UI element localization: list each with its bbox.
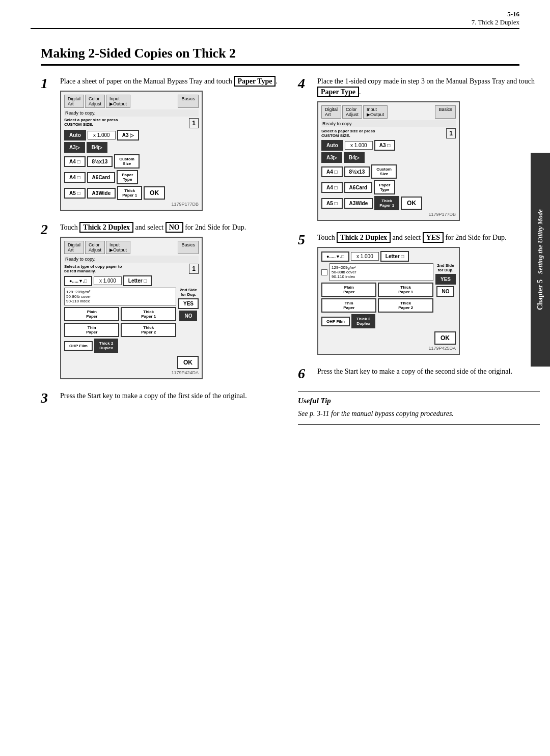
screen4-yes-btn: YES <box>435 274 456 285</box>
screen1-status2: Select a paper size or pressCUSTOM SIZE. <box>64 118 118 127</box>
screen2-info-box: 129~209g/m² 50-80lb cover 90-110 index <box>64 288 176 305</box>
screen3-row1: Auto x 1.000 A3 □ <box>321 140 456 151</box>
screen1-step-num: 1 <box>189 118 199 128</box>
screen4-info-line3: 90-110 index <box>332 274 431 279</box>
step-6: 6 Press the Start key to make a copy of … <box>298 366 540 382</box>
step-6-number: 6 <box>298 366 312 382</box>
screen1-a3d-btn: A3▷ <box>64 142 85 153</box>
ui-screen-3: DigitalArt ColorAdjust Input▶Output Basi… <box>317 101 460 221</box>
screen2-thick2-btn: ThickPaper 2 <box>121 323 176 337</box>
screen4-checkbox-row: 129~209g/m² 50-80lb cover 90-110 index <box>321 263 433 281</box>
screen1-id: 1179P177DB <box>64 202 199 207</box>
screen3-custom-btn: CustomSize <box>371 164 397 179</box>
step-5-text: Touch Thick 2 Duplex and select YES for … <box>317 232 540 243</box>
screen3-row2: A3▷ B4▷ <box>321 152 456 163</box>
screen3-step-num: 1 <box>446 128 456 138</box>
screen4-nav-btn: ●.....▼.□ <box>321 251 349 262</box>
screen1-a3wide-btn: A3Wide <box>87 188 116 199</box>
screen1-ok-btn: OK <box>144 186 165 200</box>
screen2-yes-no-section: 2nd Sidefor Dup. YES NO <box>178 288 199 354</box>
screen4-letter-btn: Letter □ <box>380 251 409 262</box>
screen2-tab-basics: Basics <box>178 241 199 254</box>
screen2-info-section: 129~209g/m² 50-80lb cover 90-110 index P… <box>64 288 199 354</box>
screen2-no-btn: NO <box>179 311 197 321</box>
screen2-2ndside-label: 2nd Sidefor Dup. <box>180 288 197 297</box>
screen3-auto-btn: Auto <box>321 140 343 151</box>
step-1-text: Place a sheet of paper on the Manual Byp… <box>60 76 283 87</box>
screen3-id: 1179P177DB <box>321 212 456 217</box>
screen1-a4-2-btn: A4 □ <box>64 172 86 183</box>
screen3-magnification: x 1.000 <box>345 141 373 150</box>
step-2-number: 2 <box>41 222 55 381</box>
screen4-bottom-row: OHP Film Thick 2Duplex <box>321 314 433 328</box>
step-3-content: Press the Start key to make a copy of th… <box>60 390 283 406</box>
page-container: Making 2-Sided Copies on Thick 2 1 Place… <box>0 0 550 756</box>
screen3-a3-btn: A3 □ <box>374 140 396 151</box>
screen3-8x13-btn: 8½x13 <box>344 166 370 177</box>
paper-type-button-label-1: Paper Type <box>234 76 276 87</box>
screen4-ok-row: OK <box>321 331 456 345</box>
step-1: 1 Place a sheet of paper on the Manual B… <box>41 76 283 213</box>
step-3-number: 3 <box>41 390 55 406</box>
useful-tip-text: See p. 3-11 for the manual bypass copyin… <box>298 408 540 419</box>
screen3-status1: Ready to copy. <box>321 120 456 127</box>
step-1-number: 1 <box>41 76 55 213</box>
two-column-layout: 1 Place a sheet of paper on the Manual B… <box>41 76 540 425</box>
screen1-row3: A4 □ 8½x13 CustomSize <box>64 154 199 169</box>
screen3-papertype-btn: PaperType <box>374 180 395 194</box>
screen1-magnification: x 1.000 <box>88 131 116 139</box>
thick2duplex-btn-label: Thick 2 Duplex <box>79 222 133 233</box>
screen3-tab-input: Input▶Output <box>363 105 388 119</box>
screen4-info-line2: 50-80lb cover <box>332 270 431 274</box>
screen4-left-section: 129~209g/m² 50-80lb cover 90-110 index P… <box>321 263 433 330</box>
screen3-a3wide-btn: A3Wide <box>344 198 373 209</box>
screen3-thick-btn: ThickPaper 1 <box>374 196 399 210</box>
screen1-tab-digital: DigitalArt <box>64 95 84 108</box>
screen2-plain-btn: PlainPaper <box>64 307 119 321</box>
screen4-info-section: 129~209g/m² 50-80lb cover 90-110 index P… <box>321 263 456 330</box>
screen1-row1: Auto x 1.000 A3 ▷ <box>64 130 199 141</box>
screen2-yes-btn: YES <box>178 298 199 309</box>
left-column: 1 Place a sheet of paper on the Manual B… <box>41 76 283 425</box>
screen4-info-box: 129~209g/m² 50-80lb cover 90-110 index <box>329 263 433 281</box>
screen2-thick1-btn: ThickPaper 1 <box>121 307 176 321</box>
step-5-number: 5 <box>298 232 312 357</box>
screen2-ok-btn: OK <box>177 356 199 369</box>
step-4: 4 Place the 1-sided copy made in step 3 … <box>298 76 540 223</box>
screen2-letter-btn: Letter □ <box>123 275 152 286</box>
screen2-bottom-row: OHP Film Thick 2Duplex <box>64 339 176 353</box>
thick2duplex-btn-label-5: Thick 2 Duplex <box>337 232 391 243</box>
screen4-thick2-btn: ThickPaper 2 <box>378 298 433 313</box>
screen3-tab-basics: Basics <box>435 105 456 119</box>
screen3-row5: A5 □ A3Wide ThickPaper 1 OK <box>321 196 456 210</box>
screen1-papertype-btn: PaperType <box>117 170 138 184</box>
screen4-checkbox <box>321 269 327 275</box>
screen1-row2: A3▷ B4▷ <box>64 142 199 153</box>
step-4-text: Place the 1-sided copy made in step 3 on… <box>317 76 540 97</box>
screen3-tab-digital: DigitalArt <box>321 105 341 119</box>
useful-tip-title: Useful Tip <box>298 397 540 405</box>
no-btn-label: NO <box>166 222 183 233</box>
screen4-no-btn: NO <box>436 286 454 297</box>
screen3-tab-color: ColorAdjust <box>342 105 362 119</box>
screen3-a4-btn: A4 □ <box>321 166 343 177</box>
screen1-auto-btn: Auto <box>64 130 86 141</box>
step-4-content: Place the 1-sided copy made in step 3 on… <box>317 76 540 223</box>
step-2-content: Touch Thick 2 Duplex and select NO for 2… <box>60 222 283 381</box>
yes-btn-label: YES <box>423 232 444 243</box>
screen1-thickpaper-btn: ThickPaper 1 <box>117 186 142 200</box>
screen2-thick2dup-btn: Thick 2Duplex <box>94 339 119 353</box>
useful-tip-box: Useful Tip See p. 3-11 for the manual by… <box>298 391 540 425</box>
main-title: Making 2-Sided Copies on Thick 2 <box>41 46 519 66</box>
screen4-ok-btn: OK <box>434 331 456 345</box>
paper-type-button-label-4: Paper Type <box>317 87 359 97</box>
step-3-text: Press the Start key to make a copy of th… <box>60 390 283 401</box>
screen3-a3d-btn: A3▷ <box>321 152 342 163</box>
screen1-8x13-btn: 8½x13 <box>87 156 113 167</box>
screen1-tab-basics: Basics <box>178 95 199 108</box>
screen2-tab-color: ColorAdjust <box>85 241 105 254</box>
screen2-info-line3: 90-110 index <box>66 299 174 303</box>
screen2-paper-grid: PlainPaper ThickPaper 1 ThinPaper ThickP… <box>64 307 176 337</box>
screen4-id: 1179P425DA <box>321 346 456 351</box>
screen3-a5-btn: A5 □ <box>321 198 343 209</box>
